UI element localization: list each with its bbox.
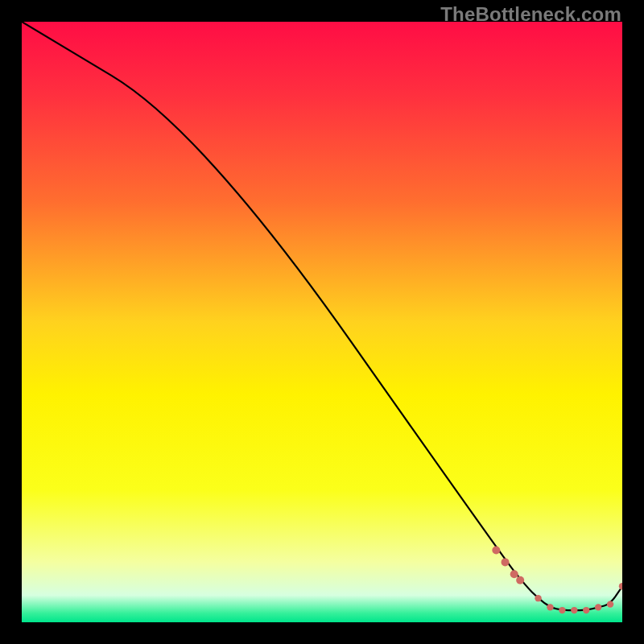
data-point (571, 607, 577, 613)
data-point (516, 576, 524, 584)
data-point (607, 601, 613, 607)
chart-svg (22, 22, 622, 622)
data-point (595, 604, 601, 610)
data-point (502, 558, 510, 566)
data-point (510, 570, 518, 578)
plot-area (22, 22, 622, 622)
data-point (583, 607, 589, 613)
data-point (535, 595, 541, 601)
chart-frame: TheBottleneck.com (0, 0, 644, 644)
gradient-background (22, 22, 622, 622)
data-point (559, 607, 565, 613)
data-point (547, 604, 553, 610)
data-point (492, 546, 500, 554)
